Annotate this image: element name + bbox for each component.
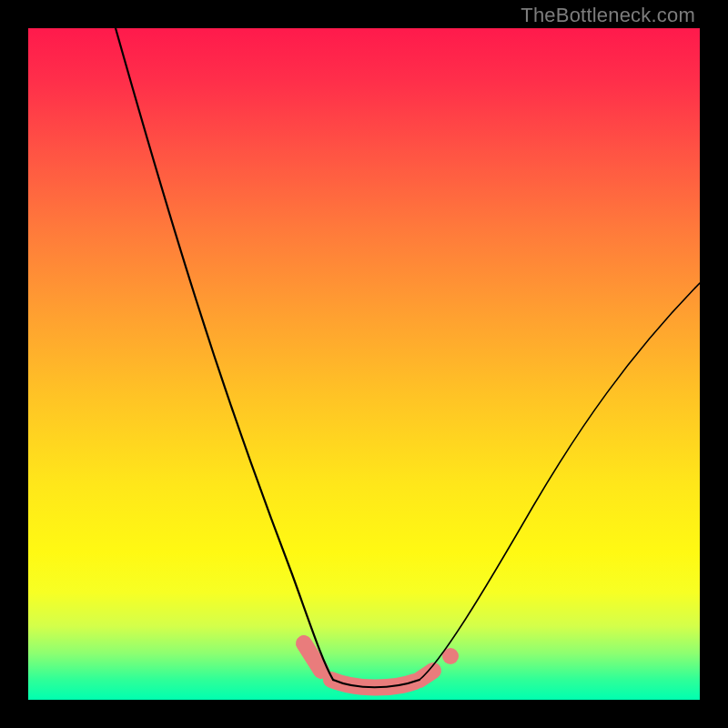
watermark-text: TheBottleneck.com: [521, 4, 695, 27]
highlight-group: [304, 643, 459, 688]
curve-layer: [28, 28, 700, 700]
highlight-segment-flat: [331, 680, 415, 688]
highlight-dot: [442, 648, 459, 664]
curve-left-branch: [116, 28, 333, 680]
plot-area: [28, 28, 700, 700]
curve-group: [116, 28, 700, 687]
curve-flat-bottom: [333, 680, 420, 687]
chart-frame: TheBottleneck.com: [0, 0, 728, 728]
curve-right-branch: [420, 283, 700, 680]
highlight-segment-right: [420, 671, 433, 680]
highlight-segment-left: [304, 643, 321, 671]
